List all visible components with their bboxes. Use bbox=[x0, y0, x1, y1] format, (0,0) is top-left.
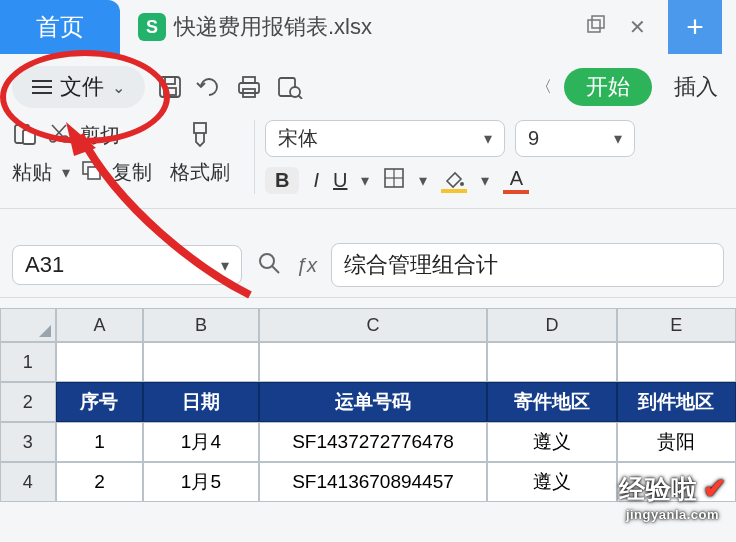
cell[interactable] bbox=[259, 342, 488, 382]
chevron-down-icon: ▾ bbox=[614, 129, 622, 148]
svg-point-26 bbox=[460, 182, 464, 186]
watermark: 经验啦✔ jingyanla.com bbox=[619, 472, 726, 522]
row-header[interactable]: 4 bbox=[0, 462, 56, 502]
wps-spreadsheet-icon: S bbox=[138, 13, 166, 41]
chevron-down-icon[interactable]: ▾ bbox=[62, 163, 70, 182]
chevron-down-icon: ▾ bbox=[484, 129, 492, 148]
title-tab-bar: 首页 S 快递费用报销表.xlsx ✕ + bbox=[0, 0, 736, 54]
column-header[interactable]: D bbox=[487, 308, 616, 342]
sheet-row: 1 bbox=[0, 342, 736, 382]
format-painter-group[interactable]: 格式刷 bbox=[170, 120, 230, 186]
formula-value: 综合管理组合计 bbox=[344, 252, 498, 277]
close-tab-icon[interactable]: ✕ bbox=[629, 15, 646, 39]
font-group: 宋体 ▾ 9 ▾ B I U▾ ▾ ▾ A bbox=[265, 120, 635, 194]
print-icon[interactable] bbox=[235, 75, 263, 99]
separator bbox=[254, 120, 255, 194]
table-header-cell[interactable]: 寄件地区 bbox=[487, 382, 616, 422]
cell[interactable]: 贵阳 bbox=[617, 422, 736, 462]
table-row: 3 1 1月4 SF1437272776478 遵义 贵阳 bbox=[0, 422, 736, 462]
new-tab-button[interactable]: + bbox=[668, 0, 722, 54]
copy-icon bbox=[80, 159, 102, 186]
column-header[interactable]: B bbox=[143, 308, 258, 342]
svg-rect-7 bbox=[164, 88, 176, 95]
cell[interactable]: 1 bbox=[56, 422, 144, 462]
table-header-cell[interactable]: 日期 bbox=[143, 382, 258, 422]
svg-line-28 bbox=[272, 266, 279, 273]
paste-label[interactable]: 粘贴 bbox=[12, 159, 52, 186]
row-header[interactable]: 2 bbox=[0, 382, 56, 422]
chevron-down-icon[interactable]: ▾ bbox=[361, 171, 369, 190]
chevron-down-icon: ▾ bbox=[221, 256, 229, 275]
row-header[interactable]: 3 bbox=[0, 422, 56, 462]
undo-icon[interactable] bbox=[195, 76, 223, 98]
watermark-sub: jingyanla.com bbox=[619, 507, 726, 522]
checkmark-icon: ✔ bbox=[703, 473, 726, 504]
svg-rect-0 bbox=[588, 20, 600, 32]
brush-icon bbox=[186, 120, 214, 153]
formula-input[interactable]: 综合管理组合计 bbox=[331, 243, 724, 287]
cut-label[interactable]: 剪切 bbox=[80, 122, 120, 149]
svg-rect-5 bbox=[160, 77, 180, 97]
cell[interactable] bbox=[143, 342, 258, 382]
cell[interactable]: 遵义 bbox=[487, 422, 616, 462]
font-color-button[interactable]: A bbox=[503, 167, 529, 194]
cell[interactable]: 1月5 bbox=[143, 462, 258, 502]
cell-reference: A31 bbox=[25, 252, 64, 278]
column-header[interactable]: A bbox=[56, 308, 144, 342]
svg-rect-21 bbox=[88, 167, 100, 179]
chevron-down-icon[interactable]: ▾ bbox=[481, 171, 489, 190]
fx-icon[interactable]: ƒx bbox=[296, 254, 317, 277]
column-header[interactable]: C bbox=[259, 308, 488, 342]
cell[interactable] bbox=[56, 342, 144, 382]
table-header-cell[interactable]: 序号 bbox=[56, 382, 144, 422]
sheet-row-header: 2 序号 日期 运单号码 寄件地区 到件地区 bbox=[0, 382, 736, 422]
file-menu-button[interactable]: 文件 ⌄ bbox=[12, 66, 145, 108]
italic-button[interactable]: I bbox=[313, 169, 319, 192]
save-icon[interactable] bbox=[157, 74, 183, 100]
tab-document[interactable]: S 快递费用报销表.xlsx bbox=[120, 0, 390, 54]
svg-rect-6 bbox=[165, 77, 175, 84]
row-header[interactable]: 1 bbox=[0, 342, 56, 382]
cell[interactable]: SF1437272776478 bbox=[259, 422, 488, 462]
svg-rect-15 bbox=[23, 130, 35, 144]
cell[interactable]: SF1413670894457 bbox=[259, 462, 488, 502]
fill-color-button[interactable] bbox=[441, 169, 467, 193]
font-size-combo[interactable]: 9 ▾ bbox=[515, 120, 635, 157]
table-header-cell[interactable]: 运单号码 bbox=[259, 382, 488, 422]
bold-button[interactable]: B bbox=[265, 167, 299, 194]
file-menu-label: 文件 bbox=[60, 72, 104, 102]
hamburger-icon bbox=[32, 79, 52, 95]
watermark-title: 经验啦 bbox=[619, 474, 697, 504]
paste-icon[interactable] bbox=[12, 120, 38, 151]
chevron-down-icon[interactable]: ▾ bbox=[419, 171, 427, 190]
copy-label[interactable]: 复制 bbox=[112, 159, 152, 186]
print-preview-icon[interactable] bbox=[275, 75, 303, 99]
ribbon-home-group: 剪切 粘贴 ▾ 复制 格式刷 宋体 ▾ 9 ▾ B bbox=[0, 114, 736, 209]
cell[interactable] bbox=[487, 342, 616, 382]
document-title: 快递费用报销表.xlsx bbox=[174, 12, 372, 42]
quick-access-toolbar: 文件 ⌄ 〈 开始 插入 bbox=[0, 54, 736, 114]
scissors-icon bbox=[48, 122, 70, 149]
column-header[interactable]: E bbox=[617, 308, 736, 342]
chevron-left-icon[interactable]: 〈 bbox=[536, 77, 552, 98]
underline-button[interactable]: U bbox=[333, 169, 347, 192]
borders-button[interactable] bbox=[383, 167, 405, 194]
svg-line-13 bbox=[298, 95, 302, 99]
table-header-cell[interactable]: 到件地区 bbox=[617, 382, 736, 422]
column-header-row: A B C D E bbox=[0, 308, 736, 342]
name-box[interactable]: A31 ▾ bbox=[12, 245, 242, 285]
svg-rect-22 bbox=[194, 123, 206, 133]
tab-home[interactable]: 首页 bbox=[0, 0, 120, 54]
font-name-combo[interactable]: 宋体 ▾ bbox=[265, 120, 505, 157]
cell[interactable]: 1月4 bbox=[143, 422, 258, 462]
clipboard-group: 剪切 粘贴 ▾ 复制 bbox=[12, 120, 152, 186]
cell[interactable]: 2 bbox=[56, 462, 144, 502]
select-all-corner[interactable] bbox=[0, 308, 56, 342]
cell[interactable]: 遵义 bbox=[487, 462, 616, 502]
cell[interactable] bbox=[617, 342, 736, 382]
ribbon-tab-insert[interactable]: 插入 bbox=[674, 72, 718, 102]
search-icon[interactable] bbox=[256, 250, 282, 280]
window-restore-icon[interactable] bbox=[585, 14, 607, 41]
ribbon-tab-start[interactable]: 开始 bbox=[564, 68, 652, 106]
formula-bar: A31 ▾ ƒx 综合管理组合计 bbox=[0, 233, 736, 298]
